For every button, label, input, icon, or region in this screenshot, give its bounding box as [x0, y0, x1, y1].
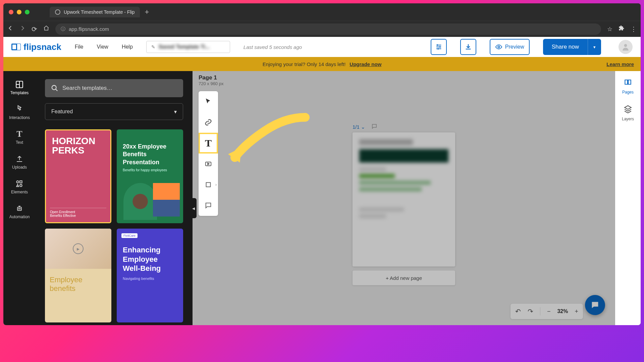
- page-comment-icon[interactable]: [371, 123, 377, 130]
- select-tool[interactable]: [199, 91, 218, 112]
- extensions-icon[interactable]: [619, 25, 625, 33]
- document-name: Saved Template Ti...: [159, 44, 210, 50]
- pages-icon: [624, 78, 632, 88]
- zoom-controls: ↶ ↷ − 32% +: [511, 304, 583, 319]
- rail-text[interactable]: T Text: [3, 125, 36, 149]
- reload-button[interactable]: ⟳: [32, 25, 37, 33]
- rail-uploads[interactable]: Uploads: [3, 149, 36, 174]
- page-pager[interactable]: 1/1 ⌄: [353, 124, 365, 130]
- right-rail-layers[interactable]: Layers: [622, 105, 634, 121]
- svg-point-3: [16, 181, 19, 183]
- add-page-button[interactable]: + Add new page: [353, 270, 455, 285]
- settings-button[interactable]: [431, 39, 447, 55]
- rail-templates[interactable]: Templates: [3, 75, 36, 100]
- interactions-icon: [15, 105, 24, 114]
- template-3-title: Employee benefits: [45, 269, 111, 300]
- download-button[interactable]: [460, 39, 476, 55]
- rail-elements[interactable]: Elements: [3, 174, 36, 199]
- redo-button[interactable]: ↷: [528, 307, 533, 315]
- home-button[interactable]: [43, 25, 49, 33]
- browser-tab[interactable]: Upwork Timesheet Template - Flip: [50, 7, 140, 17]
- template-card-4[interactable]: FictiCare Enhancing Employee Well-Being …: [117, 229, 183, 322]
- chat-button[interactable]: [585, 295, 605, 315]
- new-tab-button[interactable]: +: [145, 8, 149, 16]
- browser-menu-icon[interactable]: ⋮: [631, 25, 637, 33]
- browser-titlebar: Upwork Timesheet Template - Flip +: [3, 3, 641, 21]
- comment-tool[interactable]: [199, 195, 218, 216]
- rail-elements-label: Elements: [11, 190, 28, 194]
- document-name-field[interactable]: ✎ Saved Template Ti...: [146, 41, 230, 53]
- video-tool[interactable]: [199, 154, 218, 174]
- back-button[interactable]: [7, 25, 13, 33]
- right-rail-layers-label: Layers: [622, 117, 634, 121]
- svg-rect-4: [20, 181, 22, 183]
- rail-automation-label: Automation: [9, 215, 30, 219]
- text-tool[interactable]: T: [199, 133, 218, 154]
- forward-button[interactable]: [19, 25, 25, 33]
- template-2-title: 20xx Employee Benefits Presentation: [117, 129, 183, 166]
- share-dropdown[interactable]: ▾: [588, 39, 601, 55]
- category-dropdown[interactable]: Featured ▾: [45, 103, 183, 120]
- menu-file[interactable]: File: [75, 44, 84, 50]
- layers-icon: [624, 105, 632, 115]
- close-window-icon[interactable]: [9, 10, 13, 14]
- rail-automation[interactable]: Automation: [3, 199, 36, 224]
- svg-rect-10: [206, 183, 211, 187]
- logo[interactable]: flipsnack: [11, 42, 61, 52]
- search-templates[interactable]: [45, 79, 183, 97]
- site-info-icon[interactable]: ⓘ: [61, 26, 65, 32]
- zoom-in-button[interactable]: +: [575, 308, 578, 315]
- bookmark-star-icon[interactable]: ☆: [607, 25, 612, 33]
- tab-favicon: [55, 9, 60, 15]
- browser-toolbar: ⟳ ⓘ app.flipsnack.com ☆ ⋮: [3, 21, 641, 37]
- banner-text: Enjoying your trial? Only 14 days left!: [263, 61, 346, 67]
- template-card-1[interactable]: HORIZON PERKS Open EnrollmentBenefits Ef…: [45, 129, 111, 223]
- menu-view[interactable]: View: [97, 44, 108, 50]
- preview-button[interactable]: Preview: [490, 39, 530, 55]
- automation-icon: [15, 204, 24, 213]
- shape-tool[interactable]: ›: [199, 174, 218, 195]
- template-card-3[interactable]: ▸ Employee benefits: [45, 229, 111, 322]
- search-input[interactable]: [62, 85, 177, 92]
- upgrade-link[interactable]: Upgrade now: [350, 61, 381, 67]
- page-dimensions: 720 x 960 px: [199, 81, 223, 86]
- svg-point-1: [624, 44, 627, 47]
- tab-title: Upwork Timesheet Template - Flip: [64, 9, 135, 15]
- text-icon: T: [15, 129, 24, 139]
- logo-text: flipsnack: [23, 42, 61, 52]
- user-avatar[interactable]: [619, 40, 633, 54]
- logo-icon: [11, 44, 21, 50]
- templates-panel: Featured ▾ HORIZON PERKS Open Enrollment…: [36, 71, 193, 325]
- maximize-window-icon[interactable]: [25, 10, 30, 14]
- template-card-2[interactable]: 20xx Employee Benefits Presentation Bene…: [117, 129, 183, 223]
- preview-label: Preview: [505, 44, 524, 50]
- link-tool[interactable]: [199, 112, 218, 133]
- learn-more-link[interactable]: Learn more: [606, 61, 634, 67]
- chevron-down-icon: ⌄: [361, 124, 365, 130]
- page-thumbnail[interactable]: [353, 132, 455, 266]
- canvas-area[interactable]: Page 1 720 x 960 px T › 1/1 ⌄: [193, 71, 615, 325]
- chevron-down-icon: ▾: [174, 109, 177, 115]
- templates-icon: [15, 80, 24, 89]
- play-icon: ▸: [73, 243, 84, 254]
- address-bar[interactable]: ⓘ app.flipsnack.com: [55, 23, 601, 35]
- minimize-window-icon[interactable]: [17, 10, 21, 14]
- menu-help[interactable]: Help: [122, 44, 133, 50]
- right-rail: Pages Layers: [615, 71, 641, 325]
- collapse-panel-button[interactable]: ◂: [191, 198, 197, 218]
- zoom-value: 32%: [557, 308, 568, 314]
- rail-interactions[interactable]: Interactions: [3, 100, 36, 125]
- category-value: Featured: [51, 109, 73, 115]
- right-rail-pages[interactable]: Pages: [622, 78, 634, 95]
- rail-uploads-label: Uploads: [12, 165, 27, 170]
- undo-button[interactable]: ↶: [515, 307, 521, 315]
- template-1-title: HORIZON PERKS: [46, 130, 110, 161]
- window-controls[interactable]: [9, 10, 30, 14]
- zoom-out-button[interactable]: −: [547, 308, 551, 315]
- edit-icon: ✎: [151, 44, 155, 50]
- url-text: app.flipsnack.com: [69, 26, 109, 32]
- share-button[interactable]: Share now: [543, 39, 588, 55]
- svg-point-8: [52, 85, 56, 90]
- uploads-icon: [15, 154, 24, 164]
- trial-banner: Enjoying your trial? Only 14 days left! …: [3, 57, 641, 71]
